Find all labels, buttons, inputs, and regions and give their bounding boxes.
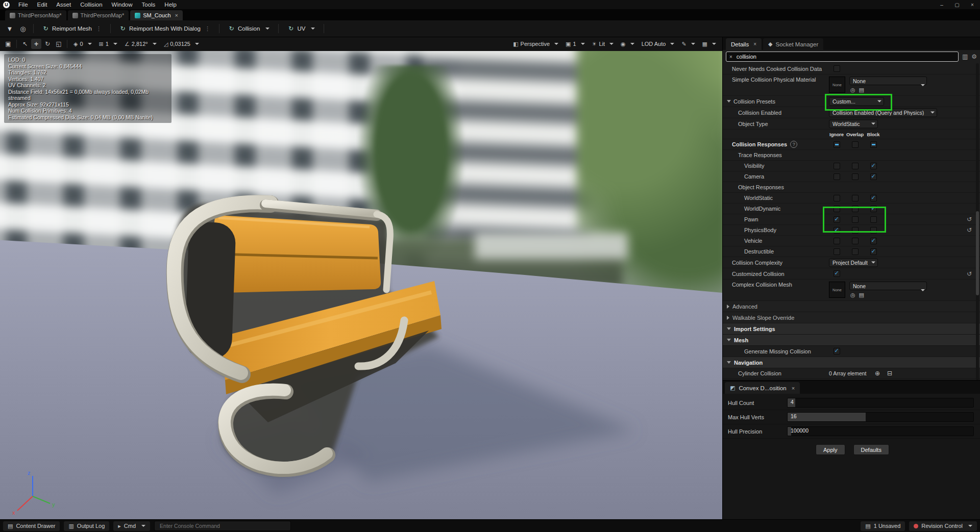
- unreal-logo-icon[interactable]: U: [3, 2, 10, 8]
- clear-search-icon[interactable]: ×: [729, 54, 732, 60]
- checkbox-checked[interactable]: [870, 206, 877, 212]
- row-collision-enabled[interactable]: Collision EnabledCollision Enabled (Quer…: [723, 107, 980, 118]
- asset-thumbnail[interactable]: None: [829, 77, 845, 93]
- console-input[interactable]: [159, 522, 286, 529]
- checkbox-empty[interactable]: [852, 227, 859, 234]
- help-icon[interactable]: ?: [790, 141, 797, 148]
- checkbox-checked[interactable]: [870, 173, 877, 180]
- reset-to-default-icon[interactable]: ↺: [967, 226, 972, 234]
- expand-arrow-icon[interactable]: [727, 305, 729, 309]
- details-scrollbar[interactable]: [976, 63, 979, 380]
- rotsnap-control[interactable]: 2,812°: [121, 38, 160, 49]
- cmd-dropdown[interactable]: Cmd: [113, 521, 150, 531]
- revision-control-dropdown[interactable]: Revision Control: [909, 521, 977, 531]
- row-object-type[interactable]: Object TypeWorldStatic: [723, 118, 980, 130]
- checkbox-checked[interactable]: [870, 248, 877, 255]
- asset-tab-sm-couch[interactable]: SM_Couch×: [130, 10, 183, 20]
- collision-presets-dropdown[interactable]: Custom...: [829, 97, 884, 106]
- row-collision-responses[interactable]: Collision Responses?: [723, 139, 980, 150]
- collapse-arrow-icon[interactable]: [727, 100, 731, 103]
- menu-tools[interactable]: Tools: [137, 1, 160, 9]
- reset-to-default-icon[interactable]: ↺: [967, 216, 972, 223]
- add-element-icon[interactable]: ⊕: [875, 370, 880, 377]
- checkbox-empty[interactable]: [834, 238, 840, 244]
- checkbox-checked[interactable]: [834, 270, 840, 277]
- menu-edit[interactable]: Edit: [33, 1, 52, 9]
- browse-to-asset-icon[interactable]: [17, 23, 29, 34]
- max-hull-verts-input[interactable]: 16: [787, 412, 974, 422]
- row-object-responses[interactable]: Object Responses: [723, 182, 980, 193]
- view-control-eye[interactable]: [618, 38, 638, 49]
- hull-precision-input[interactable]: 100000: [787, 426, 974, 436]
- gridsnap-control[interactable]: 1: [96, 38, 120, 49]
- checkbox-empty[interactable]: [852, 206, 859, 212]
- checkbox-empty[interactable]: [834, 65, 840, 72]
- row-camera[interactable]: Camera: [723, 171, 980, 182]
- more-options-icon[interactable]: ⋮: [205, 26, 210, 32]
- defaults-button[interactable]: Defaults: [853, 444, 889, 455]
- complex-collision-mesh-dropdown[interactable]: None: [849, 282, 927, 290]
- row-cylinder-collision[interactable]: Cylinder Collision0 Array element⊕⊟: [723, 368, 980, 379]
- row-collision-complexity[interactable]: Collision ComplexityProject Default: [723, 257, 980, 268]
- close-button[interactable]: ×: [965, 0, 980, 9]
- search-input[interactable]: [736, 53, 955, 60]
- use-selected-asset-icon[interactable]: ◎: [850, 87, 855, 93]
- object-type-dropdown[interactable]: WorldStatic: [829, 119, 878, 128]
- tab-socket-manager[interactable]: Socket Manager: [763, 38, 823, 50]
- row-destructible[interactable]: Destructible: [723, 246, 980, 257]
- menu-asset[interactable]: Asset: [52, 1, 76, 9]
- menu-help[interactable]: Help: [160, 1, 181, 9]
- checkbox-empty[interactable]: [834, 195, 840, 201]
- checkbox-empty[interactable]: [834, 173, 840, 180]
- category-import-settings[interactable]: Import Settings: [723, 323, 980, 335]
- row-never-needs-cooked-collision-data[interactable]: Never Needs Cooked Collision Data: [723, 63, 980, 74]
- checkbox-checked[interactable]: [834, 348, 840, 354]
- row-generate-missing-collision[interactable]: Generate Missing Collision: [723, 346, 980, 357]
- checkbox-empty[interactable]: [852, 238, 859, 244]
- tab-details[interactable]: Details ×: [726, 38, 762, 50]
- checkbox-empty[interactable]: [834, 206, 840, 212]
- rotate-tool-icon[interactable]: [42, 39, 53, 49]
- checkbox-mixed[interactable]: [834, 141, 840, 148]
- select-tool-icon[interactable]: [20, 39, 30, 49]
- row-worlddynamic[interactable]: WorldDynamic: [723, 204, 980, 214]
- more-options-icon[interactable]: ⋮: [96, 26, 102, 32]
- checkbox-checked[interactable]: [870, 195, 877, 201]
- scrollbar-thumb[interactable]: [976, 211, 979, 295]
- browse-to-asset-icon[interactable]: ▤: [859, 292, 864, 298]
- checkbox-empty[interactable]: [852, 195, 859, 201]
- row-customized-collision[interactable]: Customized Collision↺: [723, 268, 980, 280]
- collapse-arrow-icon[interactable]: [727, 339, 731, 341]
- collision-complexity-dropdown[interactable]: Project Default: [829, 258, 878, 267]
- close-icon[interactable]: ×: [792, 385, 795, 391]
- details-search-box[interactable]: ×: [726, 52, 959, 62]
- row-collision-presets[interactable]: Collision PresetsCustom...: [723, 96, 980, 107]
- menu-window[interactable]: Window: [107, 1, 137, 9]
- view-control-brush[interactable]: [678, 38, 698, 49]
- expander-walkable-slope-override[interactable]: Walkable Slope Override: [723, 312, 980, 323]
- minimize-button[interactable]: –: [934, 0, 949, 9]
- row-vehicle[interactable]: Vehicle: [723, 236, 980, 246]
- move-tool-icon[interactable]: [31, 39, 41, 49]
- toolbar-button-reimport-mesh[interactable]: Reimport Mesh⋮: [38, 22, 106, 35]
- toolbar-button-collision[interactable]: Collision: [224, 22, 274, 35]
- checkbox-empty[interactable]: [834, 163, 840, 169]
- checkbox-empty[interactable]: [870, 227, 877, 234]
- toolbar-button-reimport-mesh-with-dialog[interactable]: Reimport Mesh With Dialog⋮: [115, 22, 214, 35]
- row-visibility[interactable]: Visibility: [723, 161, 980, 171]
- save-icon[interactable]: [4, 23, 15, 34]
- browse-to-asset-icon[interactable]: ▤: [859, 87, 864, 93]
- checkbox-empty[interactable]: [852, 163, 859, 169]
- reset-to-default-icon[interactable]: ↺: [967, 270, 972, 277]
- checkbox-empty[interactable]: [852, 141, 859, 148]
- row-physicsbody[interactable]: PhysicsBody↺: [723, 225, 980, 236]
- close-icon[interactable]: ×: [175, 12, 178, 18]
- category-mesh[interactable]: Mesh: [723, 335, 980, 346]
- checkbox-checked[interactable]: [870, 163, 877, 169]
- expand-arrow-icon[interactable]: [727, 316, 729, 320]
- collapse-arrow-icon[interactable]: [727, 361, 731, 364]
- view-control-perspective[interactable]: Perspective: [510, 38, 561, 49]
- checkbox-checked[interactable]: [870, 238, 877, 244]
- view-control-grid2[interactable]: [699, 38, 719, 49]
- tab-convex-decomposition[interactable]: Convex D...osition ×: [725, 382, 800, 394]
